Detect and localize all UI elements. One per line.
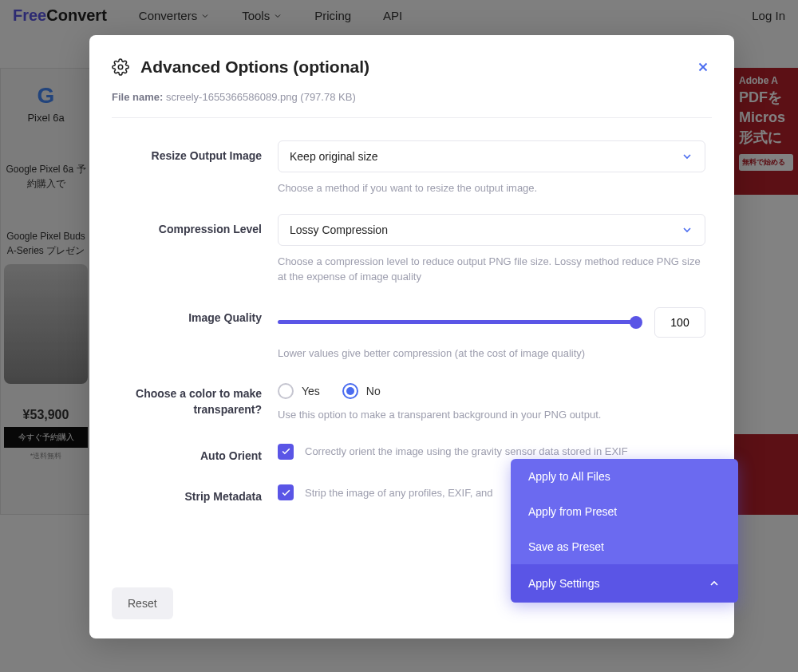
- file-name-label: File name:: [112, 91, 163, 103]
- resize-select-value: Keep original size: [290, 150, 378, 163]
- compression-select[interactable]: Lossy Compression: [278, 214, 705, 246]
- apply-all-files-item[interactable]: Apply to All Files: [511, 459, 738, 494]
- apply-settings-label: Apply Settings: [528, 577, 600, 590]
- reset-button[interactable]: Reset: [112, 587, 173, 619]
- radio-yes-label: Yes: [302, 385, 320, 397]
- strip-desc: Strip the image of any profiles, EXIF, a…: [305, 487, 493, 499]
- apply-from-preset-item[interactable]: Apply from Preset: [511, 494, 738, 529]
- resize-select[interactable]: Keep original size: [278, 140, 705, 172]
- svg-point-0: [118, 65, 123, 69]
- save-as-preset-item[interactable]: Save as Preset: [511, 529, 738, 564]
- auto-orient-desc: Correctly orient the image using the gra…: [305, 445, 628, 457]
- compression-help: Choose a compression level to reduce out…: [278, 254, 705, 285]
- check-icon: [281, 446, 291, 457]
- check-icon: [281, 488, 291, 498]
- resize-label: Resize Output Image: [118, 140, 278, 196]
- file-name-value: screely-1655366586089.png (797.78 KB): [166, 91, 356, 103]
- auto-orient-checkbox[interactable]: [278, 444, 294, 460]
- apply-settings-menu: Apply to All Files Apply from Preset Sav…: [511, 459, 738, 603]
- close-icon: [696, 60, 710, 74]
- apply-settings-button[interactable]: Apply Settings: [511, 564, 738, 603]
- modal-title: Advanced Options (optional): [140, 57, 369, 77]
- file-name-line: File name: screely-1655366586089.png (79…: [112, 91, 712, 103]
- quality-slider-thumb[interactable]: [630, 316, 642, 329]
- resize-help: Choose a method if you want to resize th…: [278, 180, 705, 196]
- radio-no-label: No: [366, 385, 381, 397]
- modal-header: Advanced Options (optional): [112, 57, 712, 77]
- transparent-radio-yes[interactable]: Yes: [278, 383, 320, 399]
- compression-label: Compression Level: [118, 214, 278, 285]
- transparent-radio-no[interactable]: No: [342, 383, 381, 399]
- quality-label: Image Quality: [118, 302, 278, 362]
- quality-help: Lower values give better compression (at…: [278, 346, 705, 362]
- strip-label: Strip Metadata: [118, 481, 278, 505]
- chevron-down-icon: [681, 150, 693, 163]
- transparent-label: Choose a color to make transparent?: [118, 378, 278, 423]
- radio-icon: [342, 383, 358, 399]
- auto-orient-label: Auto Orient: [118, 441, 278, 464]
- compression-select-value: Lossy Compression: [290, 223, 388, 236]
- strip-checkbox[interactable]: [278, 484, 294, 500]
- transparent-help: Use this option to make a transparent ba…: [278, 407, 705, 423]
- radio-icon: [278, 383, 294, 399]
- quality-value-input[interactable]: 100: [654, 307, 705, 338]
- chevron-up-icon: [708, 577, 721, 590]
- close-button[interactable]: [694, 58, 712, 76]
- quality-slider[interactable]: [278, 320, 642, 324]
- chevron-down-icon: [681, 223, 693, 236]
- gear-icon: [112, 58, 129, 76]
